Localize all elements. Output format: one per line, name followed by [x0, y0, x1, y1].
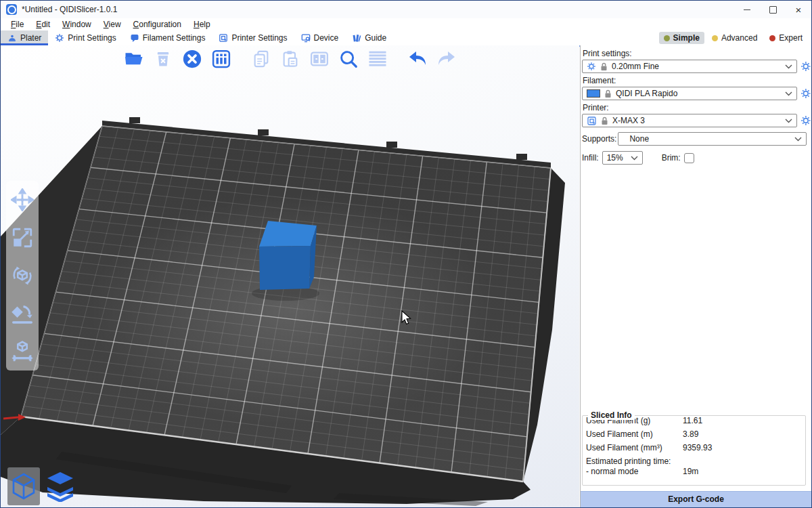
tab-print-settings[interactable]: Print Settings	[48, 30, 122, 45]
maximize-button[interactable]	[760, 1, 786, 18]
printer-select[interactable]: X-MAX 3	[582, 114, 797, 127]
delete-all-button[interactable]	[181, 47, 204, 70]
chevron-down-icon	[794, 137, 802, 142]
maximize-icon	[769, 6, 777, 14]
close-icon: ×	[796, 5, 802, 15]
filament-select[interactable]: QIDI PLA Rapido	[582, 87, 797, 100]
scale-tool-button[interactable]	[9, 224, 36, 251]
print-settings-value: 0.20mm Fine	[612, 62, 659, 71]
delete-button[interactable]	[152, 47, 175, 70]
sliced-info-panel: Sliced Info Used Filament (g) 11.61 Used…	[582, 415, 806, 486]
copy-button[interactable]	[250, 47, 273, 70]
3d-view-cube-icon	[12, 472, 36, 501]
printer-gear-button[interactable]	[800, 115, 811, 126]
undo-icon	[407, 49, 428, 69]
lock-icon	[604, 89, 612, 98]
guide-books-icon	[352, 33, 361, 43]
menu-bar: File Edit Window View Configuration Help	[1, 18, 811, 30]
move-tool-button[interactable]	[9, 186, 36, 213]
close-button[interactable]: ×	[786, 1, 811, 18]
delete-all-icon	[182, 49, 202, 69]
sliced-info-row: Used Filament (mm³) 9359.93	[586, 443, 805, 452]
print-settings-gear-button[interactable]	[800, 61, 811, 72]
mode-simple[interactable]: Simple	[659, 32, 704, 44]
paste-button[interactable]	[279, 47, 302, 70]
menu-edit[interactable]: Edit	[30, 19, 56, 30]
printer-value: X-MAX 3	[612, 116, 645, 125]
tab-printer-settings[interactable]: Printer Settings	[212, 30, 294, 45]
copy-icon	[252, 49, 271, 68]
open-folder-icon	[124, 49, 144, 69]
expert-mode-dot-icon	[769, 35, 775, 41]
minimize-icon	[744, 9, 750, 10]
menu-file[interactable]: File	[5, 19, 30, 30]
place-on-face-tool-button[interactable]	[9, 300, 36, 327]
settings-panel: Print settings: 0.20mm Fine Filament: QI…	[580, 45, 811, 507]
variable-layer-height-button[interactable]	[366, 47, 389, 70]
tab-guide[interactable]: Guide	[345, 30, 393, 45]
tab-bar: Plater Print Settings Filament Settings …	[1, 30, 811, 47]
mode-expert[interactable]: Expert	[765, 32, 807, 44]
filament-gear-button[interactable]	[800, 88, 811, 99]
printer-label: Printer:	[583, 103, 811, 112]
chevron-down-icon	[785, 64, 792, 69]
layers-view-icon	[46, 471, 74, 502]
menu-help[interactable]: Help	[187, 19, 217, 30]
search-button[interactable]	[337, 47, 360, 70]
scale-icon	[11, 226, 34, 249]
window-title: *Untitled - QIDISlicer-1.0.1	[22, 5, 117, 14]
tab-plater-label: Plater	[20, 33, 41, 43]
title-bar: *Untitled - QIDISlicer-1.0.1 ×	[1, 1, 811, 19]
rotate-icon	[10, 263, 35, 288]
mode-switch: Simple Advanced Expert	[659, 30, 811, 45]
open-button[interactable]	[122, 47, 145, 70]
paste-icon	[281, 49, 300, 68]
simple-mode-dot-icon	[664, 35, 670, 41]
tab-filament-settings[interactable]: Filament Settings	[123, 30, 212, 45]
menu-configuration[interactable]: Configuration	[127, 19, 187, 30]
device-monitor-icon	[301, 33, 311, 43]
rotate-tool-button[interactable]	[9, 262, 36, 289]
qidislicer-window: *Untitled - QIDISlicer-1.0.1 × File Edit…	[0, 0, 812, 508]
menu-window[interactable]: Window	[56, 19, 97, 30]
advanced-mode-dot-icon	[712, 35, 718, 41]
menu-view[interactable]: View	[97, 19, 127, 30]
gear-icon	[587, 62, 596, 71]
editor-view-button[interactable]	[7, 467, 40, 505]
split-view-button[interactable]	[308, 47, 331, 70]
filament-icon	[130, 33, 139, 43]
plater-toolbar	[1, 47, 579, 70]
preview-view-button[interactable]	[44, 467, 76, 505]
layer-height-icon	[367, 49, 388, 69]
sliced-info-title: Sliced Info	[588, 410, 635, 420]
tab-print-settings-label: Print Settings	[68, 33, 116, 43]
mode-expert-label: Expert	[779, 33, 803, 43]
arrange-button[interactable]	[210, 47, 233, 70]
infill-value: 15%	[607, 153, 623, 163]
sliced-info-row: - normal mode 19m	[586, 467, 805, 476]
brim-checkbox[interactable]	[684, 153, 694, 163]
tab-plater[interactable]: Plater	[1, 30, 48, 45]
printer-icon	[219, 33, 228, 43]
chevron-down-icon	[631, 156, 638, 161]
supports-select[interactable]: None	[618, 132, 807, 146]
split-view-icon	[309, 49, 330, 69]
print-settings-label: Print settings:	[583, 49, 811, 58]
tab-device[interactable]: Device	[294, 30, 346, 45]
export-gcode-button[interactable]: Export G-code	[581, 491, 811, 507]
minimize-button[interactable]	[734, 1, 760, 18]
mode-advanced[interactable]: Advanced	[707, 32, 762, 44]
measure-icon	[10, 339, 35, 364]
print-settings-select[interactable]: 0.20mm Fine	[582, 60, 797, 73]
gear-icon	[55, 33, 64, 43]
app-logo-icon	[6, 4, 17, 15]
chevron-down-icon	[785, 91, 792, 96]
mode-advanced-label: Advanced	[721, 33, 757, 43]
infill-select[interactable]: 15%	[602, 151, 643, 165]
redo-button[interactable]	[435, 47, 458, 70]
3d-viewport[interactable]	[1, 45, 579, 508]
lock-icon	[601, 117, 608, 125]
redo-icon	[436, 49, 457, 69]
measure-tool-button[interactable]	[9, 338, 36, 365]
undo-button[interactable]	[406, 47, 429, 70]
